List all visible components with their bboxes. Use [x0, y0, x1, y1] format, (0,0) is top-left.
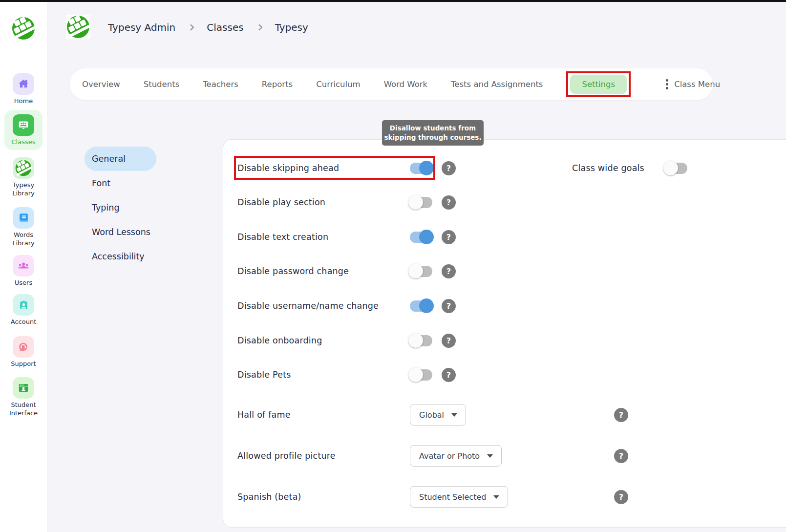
breadcrumb: Typesy Admin Classes Typesy: [108, 20, 308, 35]
sidebar-item-label: Classes: [12, 138, 36, 146]
setting-row-spanish-beta: Spanish (beta) Student Selected ?: [237, 485, 786, 509]
breadcrumb-item-admin[interactable]: Typesy Admin: [108, 21, 175, 33]
sidebar-item-label: Users: [15, 278, 32, 287]
sidebar-item-support[interactable]: Support: [11, 326, 36, 368]
hall-of-fame-select[interactable]: Global: [410, 404, 466, 426]
tab-tests-and-assignments[interactable]: Tests and Assignments: [451, 80, 543, 89]
select-value: Student Selected: [419, 492, 486, 502]
sidebar-item-typesy-library[interactable]: TypesyLibrary: [12, 150, 34, 197]
setting-label: Hall of fame: [237, 410, 291, 420]
tab-overview[interactable]: Overview: [82, 80, 120, 89]
sidebar-item-account[interactable]: Account: [11, 287, 37, 326]
allowed-profile-picture-select[interactable]: Avatar or Photo: [410, 445, 502, 467]
settings-nav-accessibility[interactable]: Accessibility: [85, 244, 163, 269]
setting-label: Disable skipping ahead: [237, 163, 339, 173]
sidebar-item-label: Support: [11, 360, 36, 368]
tab-students[interactable]: Students: [144, 80, 180, 89]
student-interface-icon: [13, 377, 34, 399]
settings-nav-general[interactable]: General: [85, 147, 156, 171]
help-icon[interactable]: ?: [442, 195, 456, 210]
support-icon: [13, 336, 34, 358]
disable-onboarding-toggle[interactable]: [410, 335, 432, 346]
users-icon: [13, 255, 34, 277]
help-icon[interactable]: ?: [442, 264, 456, 278]
setting-row-hall-of-fame: Hall of fame Global ?: [237, 403, 786, 427]
sidebar-item-label: TypesyLibrary: [12, 181, 34, 197]
home-icon: [13, 73, 34, 95]
setting-row-allowed-profile-picture: Allowed profile picture Avatar or Photo …: [237, 444, 786, 468]
setting-label: Disable onboarding: [237, 336, 322, 345]
chevron-right-icon: [188, 24, 194, 31]
settings-nav-typing[interactable]: Typing: [85, 195, 163, 220]
words-library-icon: [13, 207, 34, 229]
select-value: Avatar or Photo: [419, 451, 480, 461]
setting-row-disable-pets: Disable Pets ?: [237, 362, 786, 387]
setting-label: Class wide goals: [572, 163, 644, 173]
setting-label: Allowed profile picture: [237, 451, 336, 461]
caret-down-icon: [487, 454, 493, 458]
settings-card: Disable skipping ahead ? Disable play se…: [223, 139, 786, 528]
tab-curriculum[interactable]: Curriculum: [316, 80, 360, 89]
disable-text-creation-toggle[interactable]: [410, 232, 432, 243]
sidebar-item-student-interface[interactable]: StudentInterface: [9, 373, 38, 417]
disable-username-change-toggle[interactable]: [410, 300, 432, 312]
select-value: Global: [419, 410, 444, 420]
setting-label: Disable username/name change: [237, 301, 379, 311]
help-icon[interactable]: ?: [442, 230, 456, 244]
sidebar-item-classes[interactable]: Classes: [4, 110, 42, 150]
kebab-menu-icon: [666, 79, 668, 89]
caret-down-icon: [493, 495, 499, 499]
help-icon[interactable]: ?: [614, 490, 628, 504]
setting-label: Disable text creation: [237, 232, 328, 242]
sidebar-item-users[interactable]: Users: [13, 247, 34, 287]
tab-word-work[interactable]: Word Work: [384, 80, 427, 89]
chevron-right-icon: [256, 24, 263, 31]
settings-nav: General Font Typing Word Lessons Accessi…: [85, 147, 163, 269]
tab-settings[interactable]: Settings: [570, 75, 627, 94]
help-icon[interactable]: ?: [442, 161, 456, 175]
account-icon: [13, 294, 34, 316]
spanish-beta-select[interactable]: Student Selected: [410, 486, 508, 508]
setting-row-disable-text-creation: Disable text creation ?: [237, 225, 786, 249]
disable-play-section-toggle[interactable]: [410, 197, 432, 208]
typesy-logo-icon: [66, 15, 90, 39]
disable-skipping-ahead-toggle[interactable]: [410, 163, 432, 174]
sidebar-item-label: WordsLibrary: [12, 231, 34, 247]
sidebar-item-home[interactable]: Home: [13, 40, 34, 105]
sidebar-item-label: Home: [14, 97, 33, 105]
top-hairline: [0, 0, 786, 2]
setting-row-disable-skipping-ahead: Disable skipping ahead ?: [237, 156, 786, 180]
classes-icon: [13, 114, 34, 136]
setting-label: Disable password change: [237, 266, 349, 276]
breadcrumb-item-classes[interactable]: Classes: [207, 21, 243, 33]
disable-password-change-toggle[interactable]: [410, 266, 432, 277]
settings-nav-word-lessons[interactable]: Word Lessons: [85, 220, 163, 244]
breadcrumb-item-current: Typesy: [275, 21, 308, 33]
tab-reports[interactable]: Reports: [262, 80, 293, 89]
tooltip-disable-skipping-ahead: Disallow students from skipping through …: [382, 120, 484, 146]
settings-nav-font[interactable]: Font: [85, 171, 163, 195]
sidebar-item-label: Account: [11, 318, 37, 326]
class-menu-button[interactable]: Class Menu: [666, 79, 720, 89]
typesy-logo-icon: [12, 17, 35, 40]
help-icon[interactable]: ?: [442, 299, 456, 313]
help-icon[interactable]: ?: [442, 334, 456, 348]
help-icon[interactable]: ?: [614, 408, 628, 422]
sidebar-item-words-library[interactable]: WordsLibrary: [12, 197, 34, 247]
class-tab-bar: Overview Students Teachers Reports Curri…: [70, 68, 713, 100]
class-wide-goals-toggle[interactable]: [665, 163, 687, 174]
setting-row-disable-play-section: Disable play section ?: [237, 190, 786, 214]
help-icon[interactable]: ?: [614, 449, 628, 463]
setting-row-class-wide-goals: Class wide goals: [572, 156, 687, 180]
class-menu-label: Class Menu: [674, 80, 720, 89]
setting-row-disable-username-change: Disable username/name change ?: [237, 294, 786, 318]
setting-label: Spanish (beta): [237, 492, 301, 502]
setting-row-disable-onboarding: Disable onboarding ?: [237, 328, 786, 353]
annotation-box-settings: Settings: [566, 71, 631, 97]
setting-label: Disable Pets: [237, 370, 291, 380]
caret-down-icon: [451, 413, 457, 417]
disable-pets-toggle[interactable]: [410, 369, 432, 381]
help-icon[interactable]: ?: [442, 368, 456, 382]
tab-teachers[interactable]: Teachers: [203, 80, 238, 89]
sidebar: Home Classes TypesyLibrary: [0, 2, 47, 532]
